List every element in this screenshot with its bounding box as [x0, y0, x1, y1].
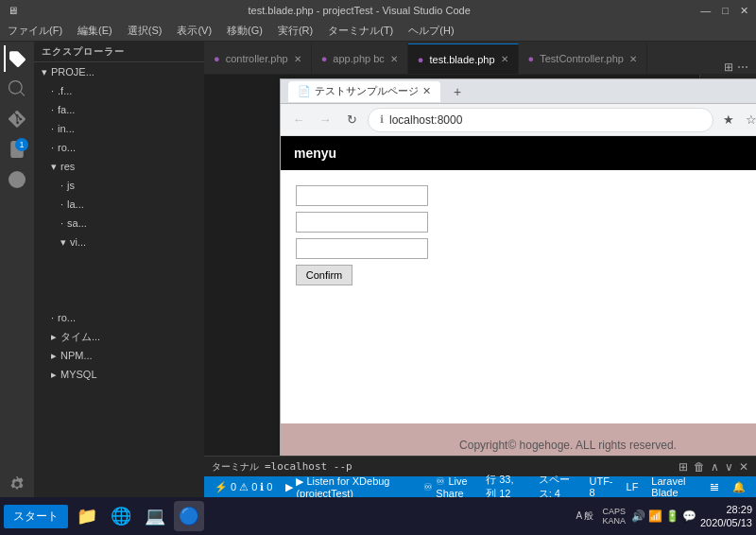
- status-line-col[interactable]: 行 33, 列 12: [483, 473, 528, 497]
- tab-close-icon[interactable]: ✕: [501, 54, 508, 64]
- taskbar-app-browser[interactable]: 🌐: [106, 501, 136, 531]
- tree-item[interactable]: [34, 289, 204, 308]
- tree-item-vi[interactable]: ▾vi...: [34, 233, 204, 251]
- tab-controller[interactable]: ● controller.php ✕: [204, 43, 312, 74]
- activity-settings[interactable]: [4, 471, 30, 497]
- menu-view[interactable]: 表示(V): [169, 22, 219, 40]
- menu-help[interactable]: ヘルプ(H): [401, 22, 461, 40]
- browser-tab[interactable]: 📄 テストサンプルページ ✕: [288, 81, 440, 102]
- confirm-button[interactable]: Confirm: [296, 265, 352, 285]
- network-icon[interactable]: 📶: [648, 509, 662, 523]
- notification-icon[interactable]: 💬: [682, 509, 696, 523]
- status-bar-right: 行 33, 列 12 スペース: 4 UTF-8 LF Laravel Blad…: [483, 473, 748, 497]
- form-input-3[interactable]: [296, 238, 428, 259]
- menu-edit[interactable]: 編集(E): [70, 22, 120, 40]
- tree-item[interactable]: ·fa...: [34, 100, 204, 119]
- tree-item[interactable]: ·js: [34, 176, 204, 195]
- browser-page: menyu Confirm Copyright© hogehoge. ALL r…: [281, 136, 756, 456]
- status-spaces[interactable]: スペース: 4: [536, 473, 579, 497]
- clock-time: 28:29: [700, 503, 752, 516]
- maximize-button[interactable]: □: [722, 5, 729, 17]
- caps-icon[interactable]: CAPSKANA: [599, 507, 628, 526]
- taskbar-app-terminal[interactable]: 💻: [140, 501, 170, 531]
- debug-badge: 1: [15, 138, 28, 151]
- tab-close-icon[interactable]: ✕: [294, 54, 301, 64]
- menu-select[interactable]: 選択(S): [120, 22, 170, 40]
- menu-run[interactable]: 実行(R): [270, 22, 320, 40]
- menu-go[interactable]: 移動(G): [219, 22, 270, 40]
- activity-debug[interactable]: 1: [4, 136, 30, 163]
- split-editor-icon[interactable]: ⊞: [724, 60, 733, 74]
- expand-icon: ▾: [42, 66, 47, 78]
- tree-item[interactable]: ·.f...: [34, 81, 204, 100]
- tab-bar: ● controller.php ✕ ● app.php bc ✕ ● test…: [204, 42, 756, 75]
- taskbar-app-file[interactable]: 📁: [72, 501, 102, 531]
- activity-git[interactable]: [4, 106, 30, 132]
- form-input-1[interactable]: [296, 185, 428, 206]
- tree-item[interactable]: [34, 270, 204, 289]
- taskbar-clock[interactable]: 28:29 2020/05/13: [700, 503, 752, 530]
- tree-item[interactable]: ·ro...: [34, 138, 204, 157]
- tree-item[interactable]: ·sa...: [34, 214, 204, 233]
- more-icon[interactable]: ⋯: [737, 60, 748, 74]
- clock-date: 2020/05/13: [700, 516, 752, 529]
- tab-testcontroller[interactable]: ● TestController.php ✕: [519, 43, 647, 74]
- expand-icon: ▸: [51, 369, 57, 381]
- back-button[interactable]: ←: [288, 110, 309, 130]
- warning-icon: ⚠: [239, 481, 249, 493]
- browser-tab-close[interactable]: ✕: [422, 85, 431, 97]
- tree-item-npm[interactable]: ▸NPM...: [34, 346, 204, 365]
- tab-close-icon[interactable]: ✕: [390, 54, 398, 64]
- tree-item[interactable]: ·ro...: [34, 308, 204, 327]
- status-language[interactable]: Laravel Blade: [648, 475, 699, 497]
- ime-icon[interactable]: A 般: [574, 509, 597, 523]
- tree-item[interactable]: [34, 251, 204, 270]
- terminal-down-icon[interactable]: ∨: [725, 460, 733, 474]
- menu-bar: ファイル(F) 編集(E) 選択(S) 表示(V) 移動(G) 実行(R) ター…: [0, 21, 756, 42]
- terminal-label: ターミナル: [212, 460, 259, 474]
- terminal-split-icon[interactable]: ⊞: [679, 460, 688, 474]
- terminal-trash-icon[interactable]: 🗑: [694, 460, 705, 474]
- status-encoding[interactable]: UTF-8: [586, 475, 615, 497]
- status-bar-left: ⚡ 0 ⚠ 0 ℹ 0 ▶ ▶ Listen for XDebug (proje…: [212, 475, 483, 498]
- project-root[interactable]: ▾ PROJE...: [34, 62, 204, 81]
- volume-icon[interactable]: 🔊: [631, 509, 645, 523]
- terminal-close-icon[interactable]: ✕: [739, 460, 748, 474]
- start-button[interactable]: スタート: [4, 505, 68, 528]
- tree-item-mysql[interactable]: ▸MYSQL: [34, 365, 204, 384]
- close-button[interactable]: ✕: [740, 5, 748, 17]
- address-bar[interactable]: ℹ localhost:8000: [368, 108, 713, 132]
- tab-close-icon[interactable]: ✕: [629, 54, 637, 64]
- forward-button[interactable]: →: [315, 110, 335, 130]
- bookmark-star-icon[interactable]: ★: [719, 111, 738, 129]
- file-icon: ·: [60, 180, 63, 191]
- tab-appphp[interactable]: ● app.php bc ✕: [312, 43, 408, 74]
- minimize-button[interactable]: —: [700, 5, 711, 17]
- activity-search[interactable]: [4, 76, 30, 102]
- tab-testblade[interactable]: ● test.blade.php ✕: [408, 43, 519, 74]
- new-tab-button[interactable]: +: [446, 82, 469, 101]
- status-errors[interactable]: ⚡ 0 ⚠ 0 ℹ 0: [212, 481, 275, 493]
- taskbar-app-vscode[interactable]: 🔵: [174, 501, 204, 531]
- status-eol[interactable]: LF: [624, 481, 642, 492]
- tree-item-res[interactable]: ▾res: [34, 157, 204, 176]
- browser-window: 📄 テストサンプルページ ✕ + — □ ✕: [280, 78, 756, 456]
- tree-item[interactable]: ·in...: [34, 119, 204, 138]
- menu-terminal[interactable]: ターミナル(T): [320, 22, 401, 40]
- refresh-button[interactable]: ↻: [341, 110, 362, 130]
- status-feedback[interactable]: 𝌡: [707, 481, 722, 493]
- activity-extensions[interactable]: [4, 166, 30, 193]
- status-notifications[interactable]: 🔔: [730, 481, 748, 493]
- tree-item[interactable]: ·la...: [34, 195, 204, 214]
- status-listen[interactable]: ▶ ▶ Listen for XDebug (projectTest): [283, 475, 413, 498]
- activity-explorer[interactable]: [4, 45, 30, 72]
- form-input-2[interactable]: [296, 212, 428, 233]
- collections-icon[interactable]: ☆: [742, 111, 756, 129]
- status-liveshare[interactable]: ♾ ♾ Live Share: [421, 475, 483, 498]
- browser-favicon: 📄: [298, 85, 311, 97]
- battery-icon[interactable]: 🔋: [665, 509, 679, 523]
- taskbar-sys-icons: A 般 CAPSKANA 🔊 📶 🔋 💬: [574, 507, 696, 526]
- menu-file[interactable]: ファイル(F): [0, 22, 70, 40]
- terminal-up-icon[interactable]: ∧: [711, 460, 719, 474]
- tree-item-time[interactable]: ▸タイム...: [34, 327, 204, 346]
